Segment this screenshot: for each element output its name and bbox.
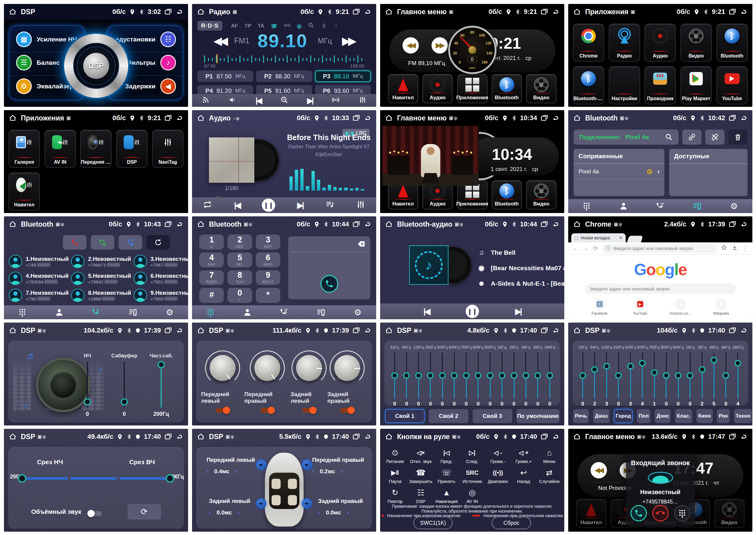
genre-button[interactable]: Город xyxy=(614,409,633,423)
app-item[interactable]: Play Маркет xyxy=(680,66,712,104)
channel-toggle[interactable] xyxy=(260,408,274,413)
channel-knob[interactable]: Задний левый xyxy=(291,351,328,413)
recents-icon[interactable] xyxy=(352,114,360,122)
band-knob[interactable] xyxy=(403,372,410,379)
prev-track-button[interactable]: ◀◀ xyxy=(402,37,419,54)
shortcut-item[interactable]: a Amazon.co… xyxy=(661,299,701,316)
eq-band[interactable]: 800Гц 0 xyxy=(661,345,672,407)
home-icon[interactable] xyxy=(9,8,17,16)
channel-toggle[interactable] xyxy=(216,408,230,413)
dock-app[interactable]: Навител xyxy=(576,499,606,528)
band-knob[interactable] xyxy=(415,372,422,379)
band-knob[interactable] xyxy=(547,372,553,379)
reset-button[interactable]: ⟳ xyxy=(128,504,161,520)
prev-icon[interactable]: |◀ xyxy=(423,307,429,316)
eq-band[interactable]: 500Гц 0 xyxy=(437,345,448,407)
shortcut-item[interactable]: Y! Yahoo xyxy=(620,319,661,319)
genre-button[interactable]: Техно xyxy=(734,409,752,423)
decrease-button[interactable]: ‹ xyxy=(209,509,211,517)
genre-button[interactable]: Рок xyxy=(717,409,730,423)
home-icon[interactable] xyxy=(9,220,17,228)
eq-band[interactable]: 900Гц 0 xyxy=(673,345,684,407)
tuning-scale[interactable] xyxy=(204,55,364,63)
next-icon[interactable]: ▶| xyxy=(515,307,521,316)
back-icon[interactable] xyxy=(552,433,559,440)
app-item[interactable]: NaviTag xyxy=(152,130,183,168)
swc-function[interactable]: |◁ Пред. xyxy=(435,446,458,465)
home-icon[interactable] xyxy=(385,326,393,334)
recents-icon[interactable] xyxy=(540,220,548,228)
preset-button[interactable]: По умолчанию xyxy=(517,409,559,423)
connect-button[interactable] xyxy=(682,129,702,145)
back-icon[interactable] xyxy=(176,433,183,440)
genre-button[interactable]: Кино xyxy=(696,409,713,423)
increase-button[interactable]: › xyxy=(237,509,239,517)
forward-icon[interactable]: → xyxy=(583,245,589,252)
contacts-tab[interactable] xyxy=(238,306,256,318)
eq-band[interactable]: 16КГц 0 xyxy=(544,345,555,407)
genre-button[interactable]: Поп xyxy=(637,409,650,423)
timer-icon[interactable]: ◔ xyxy=(334,23,337,29)
volume-icon[interactable] xyxy=(229,96,236,105)
home-icon[interactable] xyxy=(197,8,205,16)
channel-toggle[interactable] xyxy=(302,408,316,413)
eq-band[interactable]: 64Гц 2 xyxy=(589,345,600,407)
outgoing-calls-button[interactable] xyxy=(119,235,142,250)
paired-device-row[interactable]: Pixel 4a› xyxy=(574,164,664,180)
swc-function[interactable]: ☎ Завершить xyxy=(409,466,433,485)
clock-card[interactable]: 10:34 1 сент. 2021 г.ср xyxy=(471,137,559,176)
eq-band[interactable]: 4КГц 0 xyxy=(521,345,531,407)
swc-function[interactable]: ((•)) Диапазон xyxy=(486,466,510,485)
increase-button[interactable]: › xyxy=(340,467,343,475)
close-tab-icon[interactable]: ✕ xyxy=(619,235,623,240)
contact-row[interactable]: 3.Неизвестный+7967 xyxy=(134,253,188,269)
contact-row[interactable]: 9.Неизвестный+7903 xyxy=(134,287,188,303)
swc-function[interactable]: ☏ Принять xyxy=(435,466,458,485)
band-knob[interactable] xyxy=(499,372,505,379)
swc-function[interactable]: ⇄ Случайно xyxy=(537,466,561,485)
shortcut-item[interactable]: W Wikipedia xyxy=(701,299,741,316)
band-knob[interactable] xyxy=(439,372,446,379)
vertical-slider[interactable]: НЧ 0 xyxy=(77,353,98,417)
home-icon[interactable] xyxy=(197,433,205,440)
dock-app[interactable]: ᛒ Bluetooth xyxy=(492,74,522,103)
channel-toggle[interactable] xyxy=(340,408,354,413)
dock-app[interactable]: Видео xyxy=(714,499,744,528)
swc-function[interactable]: ↻ Повтор xyxy=(383,486,407,505)
devices-tab[interactable] xyxy=(124,306,142,318)
app-item[interactable]: DSP xyxy=(116,130,148,168)
mute-icon[interactable]: ☏ xyxy=(271,23,277,29)
home-icon[interactable] xyxy=(197,114,205,122)
devices-tab[interactable] xyxy=(312,306,330,318)
eq-icon[interactable] xyxy=(356,200,365,210)
home-icon[interactable] xyxy=(573,8,581,16)
back-icon[interactable] xyxy=(364,433,371,440)
eq-band[interactable]: 600Гц 0 xyxy=(449,345,460,407)
recents-icon[interactable] xyxy=(728,8,736,16)
swc-function[interactable]: ◁ - Громк.- xyxy=(486,446,510,465)
band-knob[interactable] xyxy=(627,363,634,370)
decrease-button[interactable]: ‹ xyxy=(206,467,209,475)
eq-band[interactable]: 125Гц 3 xyxy=(601,345,612,407)
incoming-calls-button[interactable] xyxy=(91,235,114,250)
eq-band[interactable]: 2КГц 2 xyxy=(697,345,708,407)
search-button[interactable] xyxy=(659,129,679,145)
back-icon[interactable] xyxy=(740,114,747,122)
home-icon[interactable] xyxy=(9,326,17,334)
recents-icon[interactable] xyxy=(352,326,360,334)
slider-knob[interactable] xyxy=(121,398,128,406)
band-knob[interactable] xyxy=(639,360,646,366)
home-icon[interactable] xyxy=(9,114,17,122)
dial-key[interactable]: 7PQRS xyxy=(199,270,224,285)
download-icon[interactable] xyxy=(732,244,738,252)
contact-row[interactable]: 2.Неизвестный+796471 xyxy=(71,253,131,269)
flag-af[interactable]: AF xyxy=(231,23,238,29)
back-icon[interactable] xyxy=(740,433,747,440)
eq-band[interactable]: 500Гц 3 xyxy=(625,345,636,407)
decrease-button[interactable]: ‹ xyxy=(318,509,320,517)
bookmark-icon[interactable] xyxy=(721,244,727,252)
band-knob[interactable] xyxy=(475,372,481,379)
contact-row[interactable]: 5.Неизвестный+79942 xyxy=(71,270,131,287)
recents-icon[interactable] xyxy=(164,220,172,228)
dial-key[interactable]: 9WXYZ xyxy=(256,270,280,285)
